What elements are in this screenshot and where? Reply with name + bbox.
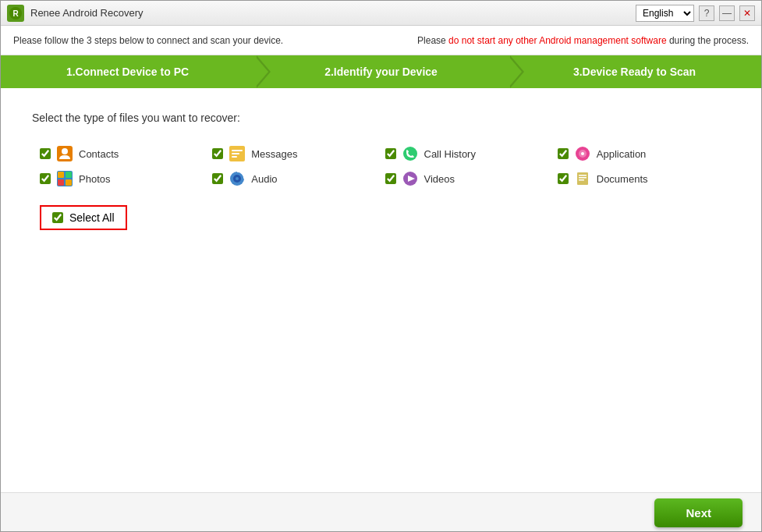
file-type-videos[interactable]: Videos xyxy=(385,171,558,186)
svg-rect-23 xyxy=(579,175,587,176)
file-type-documents[interactable]: Documents xyxy=(558,171,730,186)
select-all-checkbox[interactable] xyxy=(52,212,63,223)
info-text-left: Please follow the 3 steps below to conne… xyxy=(13,35,283,46)
file-type-messages[interactable]: Messages xyxy=(212,146,385,161)
checkbox-photos[interactable] xyxy=(40,173,51,184)
file-type-photos[interactable]: Photos xyxy=(40,171,212,186)
language-select[interactable]: English Chinese French xyxy=(636,5,694,22)
svg-rect-5 xyxy=(232,150,243,151)
callhistory-icon xyxy=(402,146,418,161)
videos-label: Videos xyxy=(424,173,455,185)
select-all-label: Select All xyxy=(69,211,115,224)
title-bar: R Renee Android Recovery English Chinese… xyxy=(1,1,761,26)
documents-label: Documents xyxy=(597,173,648,185)
audio-label: Audio xyxy=(251,173,277,185)
file-type-contacts[interactable]: Contacts xyxy=(40,146,212,161)
checkbox-callhistory[interactable] xyxy=(385,148,396,159)
svg-rect-14 xyxy=(66,172,72,178)
file-type-callhistory[interactable]: Call History xyxy=(385,146,558,161)
application-icon xyxy=(575,146,590,161)
file-type-application[interactable]: Application xyxy=(558,146,730,161)
help-button[interactable]: ? xyxy=(699,5,714,21)
file-types-grid: Contacts Messages xyxy=(40,146,730,186)
prompt-text: Select the type of files you want to rec… xyxy=(32,112,730,124)
svg-point-11 xyxy=(581,152,584,155)
contacts-label: Contacts xyxy=(79,148,119,160)
videos-icon xyxy=(402,171,418,186)
close-button[interactable]: ✕ xyxy=(739,5,755,21)
svg-rect-7 xyxy=(232,156,237,158)
minimize-button[interactable]: — xyxy=(719,5,735,21)
svg-rect-13 xyxy=(58,172,64,178)
bottom-bar: Next xyxy=(1,492,761,532)
checkbox-application[interactable] xyxy=(558,148,569,159)
svg-rect-24 xyxy=(579,177,587,179)
steps-bar: 1.Connect Device to PC 2.Identify your D… xyxy=(1,55,761,88)
info-bar: Please follow the 3 steps below to conne… xyxy=(1,26,761,55)
checkbox-videos[interactable] xyxy=(385,173,396,184)
svg-rect-22 xyxy=(577,172,588,185)
svg-point-19 xyxy=(236,177,239,180)
file-type-audio[interactable]: Audio xyxy=(212,171,385,186)
app-logo: R xyxy=(7,5,24,22)
info-text-right: Please do not start any other Android ma… xyxy=(417,35,749,46)
photos-label: Photos xyxy=(79,173,110,185)
checkbox-contacts[interactable] xyxy=(40,148,51,159)
documents-icon xyxy=(575,171,590,186)
audio-icon xyxy=(229,171,245,186)
photos-icon xyxy=(57,171,73,186)
checkbox-messages[interactable] xyxy=(212,148,223,159)
svg-rect-6 xyxy=(232,153,239,154)
messages-icon xyxy=(229,146,245,161)
svg-point-3 xyxy=(62,148,68,154)
svg-point-8 xyxy=(403,147,417,161)
svg-rect-16 xyxy=(66,179,72,186)
select-all-container[interactable]: Select All xyxy=(40,205,127,230)
svg-rect-15 xyxy=(58,179,64,186)
application-label: Application xyxy=(597,148,647,160)
step-3: 3.Device Ready to Scan xyxy=(508,55,761,88)
step-1: 1.Connect Device to PC xyxy=(1,55,254,88)
checkbox-audio[interactable] xyxy=(212,173,223,184)
app-title: Renee Android Recovery xyxy=(30,7,636,19)
checkbox-documents[interactable] xyxy=(558,173,569,184)
svg-text:R: R xyxy=(12,9,19,18)
messages-label: Messages xyxy=(251,148,297,160)
step-2: 2.Identify your Device xyxy=(254,55,508,88)
svg-rect-25 xyxy=(579,179,584,181)
contacts-icon xyxy=(57,146,73,161)
callhistory-label: Call History xyxy=(424,148,476,160)
main-content: Select the type of files you want to rec… xyxy=(1,88,761,492)
next-button[interactable]: Next xyxy=(654,498,743,527)
title-bar-controls: English Chinese French ? — ✕ xyxy=(636,5,755,22)
